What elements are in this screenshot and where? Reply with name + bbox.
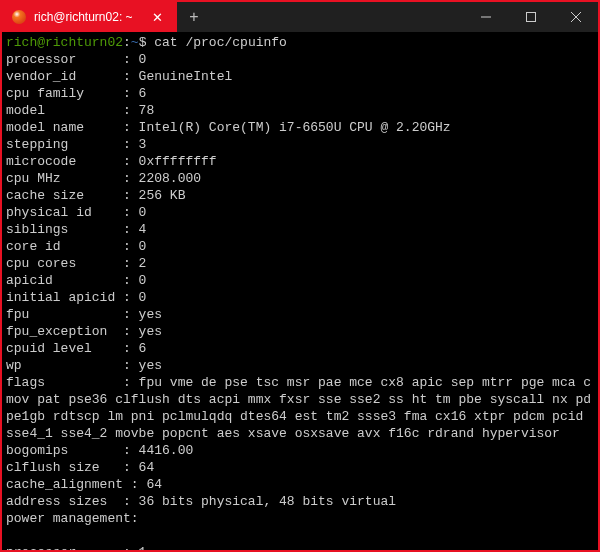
cpuinfo-line: cpu cores : 2	[6, 255, 594, 272]
window-controls	[463, 2, 598, 32]
cpuinfo-line: microcode : 0xffffffff	[6, 153, 594, 170]
cpuinfo-line: processor : 1	[6, 544, 594, 550]
prompt-command: cat /proc/cpuinfo	[154, 35, 287, 50]
cpuinfo-line: model : 78	[6, 102, 594, 119]
cpuinfo-line: fpu_exception : yes	[6, 323, 594, 340]
prompt-separator: :	[123, 35, 131, 50]
titlebar: rich@richturn02: ~ ✕ +	[2, 2, 598, 32]
prompt-path: ~	[131, 35, 139, 50]
close-tab-icon[interactable]: ✕	[148, 9, 167, 26]
titlebar-spacer	[211, 2, 463, 32]
prompt-symbol: $	[139, 35, 155, 50]
ubuntu-icon	[12, 10, 26, 24]
cpuinfo-line: cache size : 256 KB	[6, 187, 594, 204]
prompt-user-host: rich@richturn02	[6, 35, 123, 50]
cpuinfo-line: cache_alignment : 64	[6, 476, 594, 493]
minimize-button[interactable]	[463, 2, 508, 32]
cpuinfo-line: vendor_id : GenuineIntel	[6, 68, 594, 85]
prompt-line: rich@richturn02:~$ cat /proc/cpuinfo	[6, 34, 594, 51]
minimize-icon	[481, 12, 491, 22]
cpuinfo-line: physical id : 0	[6, 204, 594, 221]
maximize-button[interactable]	[508, 2, 553, 32]
cpuinfo-line: core id : 0	[6, 238, 594, 255]
cpuinfo-line: model name : Intel(R) Core(TM) i7-6650U …	[6, 119, 594, 136]
cpuinfo-line: clflush size : 64	[6, 459, 594, 476]
cpuinfo-line: siblings : 4	[6, 221, 594, 238]
terminal-window: rich@richturn02: ~ ✕ + rich@richturn02:~…	[2, 2, 598, 550]
cpuinfo-line: apicid : 0	[6, 272, 594, 289]
terminal-output[interactable]: rich@richturn02:~$ cat /proc/cpuinfoproc…	[2, 32, 598, 550]
cpuinfo-line: cpu MHz : 2208.000	[6, 170, 594, 187]
svg-rect-1	[526, 13, 535, 22]
cpuinfo-line: processor : 0	[6, 51, 594, 68]
cpuinfo-line: power management:	[6, 510, 594, 527]
tab-active[interactable]: rich@richturn02: ~ ✕	[2, 2, 177, 32]
cpuinfo-line: fpu : yes	[6, 306, 594, 323]
cpuinfo-line: wp : yes	[6, 357, 594, 374]
new-tab-button[interactable]: +	[177, 2, 211, 32]
cpuinfo-line: initial apicid : 0	[6, 289, 594, 306]
cpuinfo-line: stepping : 3	[6, 136, 594, 153]
close-button[interactable]	[553, 2, 598, 32]
tab-title: rich@richturn02: ~	[34, 10, 140, 24]
cpuinfo-line: bogomips : 4416.00	[6, 442, 594, 459]
cpuinfo-line: cpu family : 6	[6, 85, 594, 102]
cpuinfo-line: address sizes : 36 bits physical, 48 bit…	[6, 493, 594, 510]
cpuinfo-line: flags : fpu vme de pse tsc msr pae mce c…	[6, 374, 594, 442]
close-icon	[571, 12, 581, 22]
maximize-icon	[526, 12, 536, 22]
blank-line	[6, 527, 594, 544]
cpuinfo-line: cpuid level : 6	[6, 340, 594, 357]
